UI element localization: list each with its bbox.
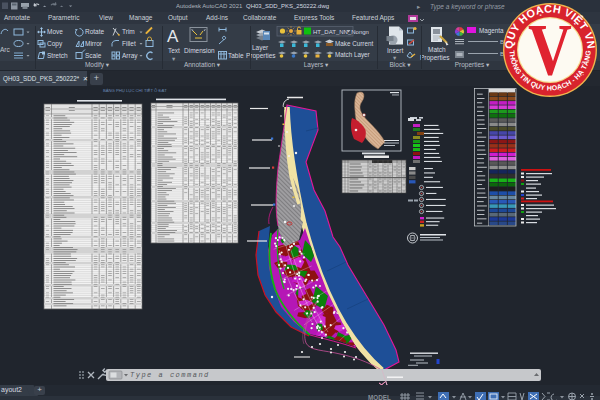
svg-text:BẢNG PHỤ LỤC CHI TIẾT Ô ĐẤT: BẢNG PHỤ LỤC CHI TIẾT Ô ĐẤT	[103, 88, 167, 93]
svg-text:V: V	[528, 10, 572, 92]
svg-text:Make Current: Make Current	[335, 40, 373, 47]
svg-text:HT_DAT_NN_Nongn: HT_DAT_NN_Nongn	[313, 29, 369, 35]
svg-text:Match Layer: Match Layer	[335, 51, 370, 59]
svg-text:A: A	[167, 27, 179, 46]
